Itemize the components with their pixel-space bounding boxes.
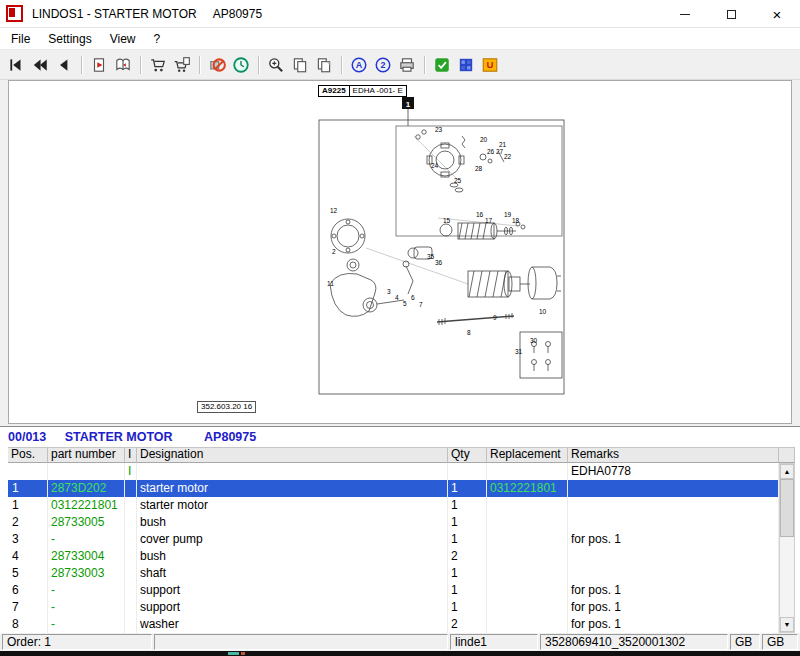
col-qty[interactable]: Qty (448, 447, 487, 463)
table-scrollbar[interactable]: ▲ ▼ (779, 463, 795, 633)
cell-qty: 1 (448, 480, 487, 497)
page-forward-button[interactable] (87, 53, 111, 77)
minimize-icon (680, 14, 690, 15)
diagram-callout: 10 (539, 308, 547, 315)
col-designation[interactable]: Designation (137, 447, 448, 463)
no-entry-icon (208, 56, 226, 74)
cell-designation: cover pump (137, 531, 448, 548)
cell-designation: bush (137, 548, 448, 565)
cell-part-number (48, 463, 125, 480)
diagram-callout: 30 (530, 337, 538, 344)
copy-pages-button[interactable] (288, 53, 312, 77)
cell-replacement (487, 514, 568, 531)
zoom-button[interactable] (264, 53, 288, 77)
cart-document-icon (173, 56, 191, 74)
cell-i (125, 531, 137, 548)
close-button[interactable]: × (754, 0, 800, 28)
print-button[interactable] (395, 53, 419, 77)
table-row[interactable]: 4 28733004 bush 2 (8, 548, 779, 565)
cell-replacement (487, 599, 568, 616)
table-row[interactable]: 6 - support 1 for pos. 1 (8, 582, 779, 599)
item-flag: 1 (406, 100, 411, 109)
circle-2-button[interactable]: 2 (371, 53, 395, 77)
taskbar-edge[interactable] (0, 651, 800, 656)
circle-a-icon: A (350, 56, 368, 74)
parts-code: AP80975 (204, 430, 256, 444)
menu-help[interactable]: ? (145, 28, 170, 50)
cell-part-number: - (48, 531, 125, 548)
parts-name: STARTER MOTOR (65, 430, 173, 444)
cell-qty: 1 (448, 599, 487, 616)
no-entry-button[interactable] (205, 53, 229, 77)
app-logo-icon (6, 5, 23, 22)
status-reference: 3528069410_3520001302 (540, 634, 728, 650)
cell-remarks (568, 480, 779, 497)
nav-first-button[interactable] (4, 53, 28, 77)
menu-file[interactable]: File (2, 28, 39, 50)
window-title-code: AP80975 (213, 7, 262, 21)
nav-prev-fast-button[interactable] (28, 53, 52, 77)
diagram-callout: 24 (431, 162, 439, 169)
cell-replacement (487, 463, 568, 480)
blue-mosaic-button[interactable] (454, 53, 478, 77)
nav-prev-button[interactable] (52, 53, 76, 77)
taskbar-app-icon (228, 652, 239, 655)
diagram-callout: 25 (454, 177, 462, 184)
toolbar-separator (424, 56, 425, 74)
col-part-number[interactable]: part number (48, 447, 125, 463)
diagram-callout: 7 (419, 301, 423, 308)
diagram-callout: 11 (327, 280, 334, 287)
svg-text:A: A (356, 60, 363, 70)
svg-text:U: U (487, 59, 494, 70)
col-replacement[interactable]: Replacement (487, 447, 568, 463)
cell-i (125, 582, 137, 599)
table-row[interactable]: 5 28733003 shaft 1 (8, 565, 779, 582)
minimize-button[interactable] (662, 0, 708, 28)
scrollbar-thumb[interactable] (780, 479, 794, 537)
diagram-callout: 8 (467, 329, 471, 336)
scroll-down-icon[interactable]: ▼ (780, 617, 794, 632)
cell-pos: 2 (8, 514, 48, 531)
toolbar-separator (341, 56, 342, 74)
copy-pages-alt-icon (315, 56, 333, 74)
scroll-up-icon[interactable]: ▲ (780, 464, 794, 479)
cart-document-button[interactable] (170, 53, 194, 77)
col-i[interactable]: I (125, 447, 137, 463)
green-check-icon (433, 56, 451, 74)
circle-a-button[interactable]: A (347, 53, 371, 77)
nav-prev-fast-icon (31, 56, 49, 74)
page-red-arrow-icon (90, 56, 108, 74)
clock-button[interactable] (229, 53, 253, 77)
table-row[interactable]: 2 28733005 bush 1 (8, 514, 779, 531)
table-row[interactable]: 1 2873D202 starter motor 1 0312221801 (8, 480, 779, 497)
col-filler (779, 447, 795, 463)
green-check-button[interactable] (430, 53, 454, 77)
parts-panel: 00/013 STARTER MOTOR AP80975 Pos. part n… (0, 426, 800, 633)
diagram-callout: 6 (411, 294, 415, 301)
table-row[interactable]: 3 - cover pump 1 for pos. 1 (8, 531, 779, 548)
status-order: Order: 1 (2, 634, 152, 650)
cart-button[interactable] (146, 53, 170, 77)
nav-prev-icon (55, 56, 73, 74)
open-book-button[interactable] (111, 53, 135, 77)
maximize-button[interactable] (708, 0, 754, 28)
cell-pos: 7 (8, 599, 48, 616)
col-remarks[interactable]: Remarks (568, 447, 779, 463)
table-row[interactable]: I EDHA0778 (8, 463, 779, 480)
table-row[interactable]: 1 0312221801 starter motor 1 (8, 497, 779, 514)
circle-2-icon: 2 (374, 56, 392, 74)
copy-pages-alt-button[interactable] (312, 53, 336, 77)
cell-replacement (487, 497, 568, 514)
diagram-callout: 19 (504, 211, 512, 218)
table-row[interactable]: 8 - washer 2 for pos. 1 (8, 616, 779, 633)
menu-settings[interactable]: Settings (39, 28, 100, 50)
cell-replacement (487, 531, 568, 548)
drawing-canvas[interactable]: A9225 EDHA -001- E (8, 80, 792, 424)
table-row[interactable]: 7 - support 1 for pos. 1 (8, 599, 779, 616)
sheet-id: EDHA -001- E (350, 86, 406, 96)
col-pos[interactable]: Pos. (8, 447, 48, 463)
linde-u-button[interactable]: U (478, 53, 502, 77)
menu-view[interactable]: View (101, 28, 145, 50)
cell-remarks: for pos. 1 (568, 531, 779, 548)
cell-part-number: 0312221801 (48, 497, 125, 514)
